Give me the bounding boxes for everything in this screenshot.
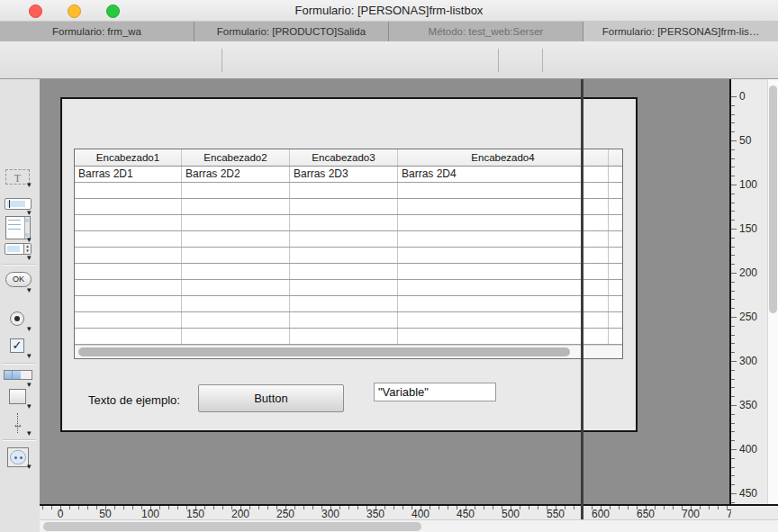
- listbox-row[interactable]: [75, 231, 622, 248]
- document-tab-3[interactable]: Método: test_web:Serser: [389, 22, 584, 41]
- listbox-hscrollbar-thumb[interactable]: [78, 347, 570, 356]
- listbox-row[interactable]: [75, 183, 622, 199]
- listbox-cell: [182, 312, 290, 328]
- listbox-cell: [398, 280, 609, 295]
- listbox-cell: [398, 183, 609, 198]
- horizontal-scrollbar-thumb[interactable]: [43, 522, 421, 531]
- listbox-cell: Barras 2D1: [75, 167, 182, 182]
- rectangle-tool[interactable]: [9, 389, 26, 404]
- listbox-row[interactable]: [75, 215, 622, 231]
- listbox-cell: [609, 329, 622, 344]
- ruler-tick: [168, 506, 169, 509]
- listbox-cell: [75, 199, 182, 214]
- ruler-tick: [731, 484, 735, 485]
- ruler-label: 350: [739, 399, 757, 411]
- listbox-row[interactable]: [75, 248, 622, 264]
- listbox-row[interactable]: Barras 2D1Barras 2D2Barras 2D3Barras 2D4: [75, 167, 622, 183]
- text-tool-dropdown-arrow[interactable]: ▾: [27, 180, 32, 189]
- ruler-tick: [731, 449, 737, 450]
- listbox-header-cell[interactable]: [609, 149, 622, 166]
- listbox-object[interactable]: Encabezado1Encabezado2Encabezado3Encabez…: [74, 149, 623, 359]
- ruler-tick: [673, 506, 674, 509]
- ruler-tick: [222, 506, 223, 509]
- listbox-cell: [290, 280, 398, 295]
- listbox-row[interactable]: [75, 329, 622, 345]
- ruler-tick: [731, 220, 735, 221]
- window-title: Formulario: [PERSONAS]frm-listbox: [0, 0, 778, 22]
- listbox-cell: [398, 329, 609, 344]
- button-object[interactable]: Button: [198, 384, 344, 412]
- plugin-tool-dropdown-arrow[interactable]: ▾: [27, 462, 32, 471]
- listbox-hscrollbar[interactable]: [75, 345, 622, 358]
- ruler-tick: [731, 423, 735, 424]
- button-tool-dropdown-arrow[interactable]: ▾: [27, 285, 32, 294]
- ruler-tick: [731, 502, 735, 503]
- listbox-cell: [182, 199, 290, 214]
- ruler-label: 200: [739, 266, 757, 279]
- listbox-cell: [290, 312, 398, 328]
- listbox-row[interactable]: [75, 264, 622, 280]
- listbox-header-cell[interactable]: Encabezado3: [290, 149, 398, 166]
- ruler-tick: [303, 506, 304, 509]
- ruler-tick: [439, 506, 439, 509]
- ruler-tick: [475, 506, 475, 509]
- ruler-label: 300: [321, 508, 339, 519]
- ruler-label: 650: [637, 508, 655, 519]
- checkbox-tool-dropdown-arrow[interactable]: ▾: [27, 351, 32, 360]
- ruler-tick: [731, 343, 735, 344]
- ruler-tick: [42, 506, 43, 509]
- listbox-row[interactable]: [75, 312, 622, 329]
- ruler-tick: [213, 506, 214, 509]
- listbox-cell: [290, 183, 398, 198]
- listbox-cell: [398, 296, 609, 311]
- document-tab-2[interactable]: Formulario: [PRODUCTO]Salida: [194, 22, 389, 41]
- variable-field-object[interactable]: "Variable": [374, 383, 496, 401]
- form-page[interactable]: Encabezado1Encabezado2Encabezado3Encabez…: [60, 97, 638, 432]
- radio-tool-dropdown-arrow[interactable]: ▾: [27, 324, 32, 333]
- splitter-tool[interactable]: ↔: [7, 413, 29, 433]
- ruler-tick: [731, 238, 735, 239]
- ruler-tick: [294, 506, 295, 509]
- example-text-label[interactable]: Texto de ejemplo:: [88, 393, 180, 407]
- tab-control-tool[interactable]: [4, 370, 32, 380]
- form-canvas[interactable]: Encabezado1Encabezado2Encabezado3Encabez…: [40, 79, 729, 504]
- horizontal-scrollbar[interactable]: [40, 519, 778, 532]
- splitter-tool-dropdown-arrow[interactable]: ▾: [27, 428, 32, 437]
- listbox-row[interactable]: [75, 199, 622, 215]
- document-tab-4[interactable]: Formulario: [PERSONAS]frm-lis…: [584, 22, 778, 41]
- listbox-cell: [609, 199, 622, 214]
- listbox-cell: [609, 312, 622, 328]
- text-tool[interactable]: T: [5, 169, 30, 185]
- palette-divider: [3, 265, 36, 266]
- ruler-tick: [731, 149, 735, 150]
- listbox-header-cell[interactable]: Encabezado2: [182, 149, 290, 166]
- listbox-row[interactable]: [75, 296, 622, 312]
- listbox-cell: [290, 248, 398, 263]
- ruler-tick: [123, 506, 124, 509]
- listbox-cell: [182, 248, 290, 263]
- ruler-tick: [731, 387, 735, 388]
- listbox-header-cell[interactable]: Encabezado1: [75, 149, 182, 166]
- ruler-tick: [249, 506, 250, 509]
- listbox-header-cell[interactable]: Encabezado4: [398, 149, 609, 166]
- radio-tool[interactable]: [10, 311, 24, 326]
- stepper-tool-dropdown-arrow[interactable]: ▾: [27, 253, 32, 262]
- listbox-cell: [75, 312, 182, 328]
- ruler-label: 750: [727, 508, 731, 519]
- rectangle-tool-dropdown-arrow[interactable]: ▾: [27, 401, 32, 410]
- guide-line[interactable]: [581, 79, 584, 519]
- ruler-tick: [731, 335, 735, 336]
- document-tab-1[interactable]: Formulario: frm_wa: [0, 22, 194, 41]
- plugin-tool[interactable]: [7, 447, 29, 467]
- checkbox-tool[interactable]: ✓: [10, 338, 24, 353]
- listbox-cell: [398, 199, 609, 214]
- ruler-tick: [258, 506, 259, 509]
- ruler-tick: [731, 299, 735, 300]
- ruler-tick: [493, 506, 493, 509]
- ruler-tick: [731, 96, 737, 97]
- vertical-scrollbar[interactable]: [767, 79, 778, 504]
- ruler-tick: [731, 255, 735, 256]
- vertical-scrollbar-thumb[interactable]: [769, 86, 777, 313]
- tab-control-tool-dropdown-arrow[interactable]: ▾: [27, 380, 32, 389]
- listbox-row[interactable]: [75, 280, 622, 296]
